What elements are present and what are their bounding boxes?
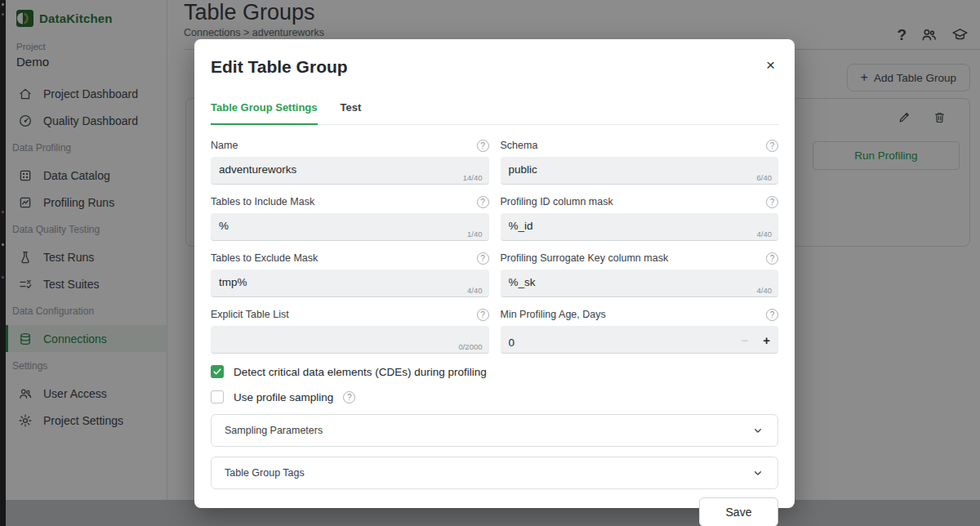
- panel-label: Sampling Parameters: [225, 425, 323, 436]
- modal-tabs: Table Group Settings Test: [211, 101, 778, 125]
- surrogate-key-mask-input[interactable]: [501, 270, 779, 289]
- input-wrap: 4/40: [501, 213, 779, 241]
- field-label: Min Profiling Age, Days: [501, 309, 606, 320]
- char-counter: 1/40: [467, 230, 483, 238]
- char-counter: 4/40: [757, 286, 773, 295]
- field-label: Explicit Table List: [211, 309, 289, 320]
- name-input[interactable]: [211, 157, 489, 176]
- help-icon[interactable]: ?: [477, 140, 489, 152]
- close-icon[interactable]: ×: [763, 54, 778, 76]
- input-wrap: 4/40: [211, 270, 489, 297]
- detect-cdes-checkbox[interactable]: [211, 365, 224, 378]
- explicit-table-list-input[interactable]: [211, 326, 489, 345]
- profile-sampling-checkbox[interactable]: [211, 390, 224, 403]
- tab-test[interactable]: Test: [341, 101, 362, 124]
- field-label: Profiling ID column mask: [501, 196, 613, 207]
- input-wrap: 14/40: [211, 157, 489, 185]
- field-profiling-id-mask: Profiling ID column mask ? 4/40: [501, 195, 779, 241]
- char-counter: 4/40: [467, 286, 483, 295]
- field-label: Tables to Exclude Mask: [211, 252, 318, 264]
- detect-cdes-row: Detect critical data elements (CDEs) dur…: [211, 364, 778, 379]
- chevron-down-icon: [751, 466, 764, 479]
- field-exclude-mask: Tables to Exclude Mask ? 4/40: [211, 252, 489, 297]
- help-icon[interactable]: ?: [477, 252, 489, 265]
- input-wrap: − +: [501, 326, 779, 354]
- field-schema: Schema ? 6/40: [501, 139, 779, 185]
- char-counter: 14/40: [463, 173, 483, 182]
- edit-table-group-modal: Edit Table Group × Table Group Settings …: [194, 39, 795, 508]
- help-icon[interactable]: ?: [766, 196, 778, 208]
- char-counter: 4/40: [757, 230, 773, 238]
- modal-title: Edit Table Group: [211, 57, 778, 77]
- tab-table-group-settings[interactable]: Table Group Settings: [211, 101, 318, 125]
- help-icon[interactable]: ?: [766, 309, 778, 321]
- form-grid: Name ? 14/40 Schema ? 6/40 Tables to Inc…: [211, 128, 778, 354]
- input-wrap: 1/40: [211, 213, 489, 241]
- field-min-profiling-age: Min Profiling Age, Days ? − +: [501, 308, 779, 354]
- profile-sampling-row: Use profile sampling ?: [211, 390, 778, 404]
- sampling-parameters-panel[interactable]: Sampling Parameters: [211, 414, 778, 447]
- input-wrap: 4/40: [501, 270, 779, 297]
- help-icon[interactable]: ?: [477, 309, 489, 321]
- profiling-id-mask-input[interactable]: [501, 213, 779, 233]
- field-surrogate-key-mask: Profiling Surrogate Key column mask ? 4/…: [501, 252, 779, 297]
- detect-cdes-label: Detect critical data elements (CDEs) dur…: [234, 366, 487, 378]
- field-name: Name ? 14/40: [211, 139, 489, 185]
- save-row: Save: [211, 497, 778, 526]
- profile-sampling-label: Use profile sampling: [234, 391, 333, 403]
- help-icon[interactable]: ?: [766, 140, 778, 152]
- char-counter: 0/2000: [458, 342, 482, 351]
- save-button[interactable]: Save: [699, 497, 778, 526]
- min-profiling-age-input[interactable]: [501, 330, 779, 350]
- help-icon[interactable]: ?: [766, 252, 778, 265]
- field-label: Tables to Include Mask: [211, 196, 314, 207]
- check-icon: [212, 367, 222, 377]
- field-include-mask: Tables to Include Mask ? 1/40: [211, 195, 489, 241]
- input-wrap: 6/40: [501, 157, 779, 185]
- help-icon[interactable]: ?: [477, 196, 489, 208]
- exclude-mask-input[interactable]: [211, 270, 489, 289]
- field-label: Profiling Surrogate Key column mask: [501, 252, 669, 264]
- field-explicit-table-list: Explicit Table List ? 0/2000: [211, 308, 489, 354]
- minus-icon[interactable]: −: [741, 334, 748, 346]
- plus-icon[interactable]: +: [763, 334, 770, 346]
- input-wrap: 0/2000: [211, 326, 489, 354]
- panel-label: Table Group Tags: [225, 467, 305, 479]
- table-group-tags-panel[interactable]: Table Group Tags: [211, 457, 778, 489]
- field-label: Schema: [501, 140, 538, 151]
- char-counter: 6/40: [757, 173, 773, 182]
- field-label: Name: [211, 140, 238, 151]
- help-icon[interactable]: ?: [343, 391, 355, 403]
- chevron-down-icon: [751, 424, 764, 437]
- include-mask-input[interactable]: [211, 213, 489, 233]
- number-stepper: − +: [741, 326, 770, 354]
- schema-input[interactable]: [501, 157, 779, 176]
